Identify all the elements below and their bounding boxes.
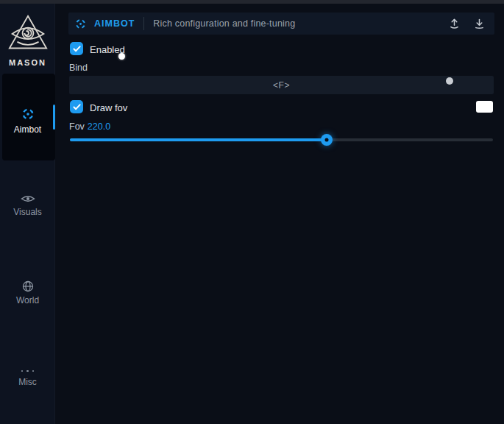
upload-config-button[interactable] [444, 15, 464, 32]
enabled-checkbox[interactable] [70, 42, 83, 55]
sidebar: MASON Aimbot Visuals World [0, 4, 55, 424]
draw-fov-label: Draw fov [90, 102, 127, 113]
check-icon [73, 104, 81, 110]
sidebar-item-misc[interactable]: Misc [0, 367, 55, 387]
check-icon [73, 46, 81, 52]
logo: MASON [0, 14, 55, 67]
eye-icon [21, 194, 35, 204]
draw-fov-color-swatch[interactable] [476, 101, 493, 113]
page-subtitle: Rich configuration and fine-tuning [153, 18, 295, 29]
page-header: AIMBOT Rich configuration and fine-tunin… [68, 13, 494, 35]
bind-key-field[interactable]: <F> [69, 76, 494, 94]
sidebar-item-world[interactable]: World [0, 280, 55, 305]
fov-slider-handle[interactable] [321, 134, 333, 146]
bind-label: Bind [69, 63, 88, 73]
crosshair-icon [21, 107, 35, 121]
upload-icon [449, 18, 460, 29]
crosshair-icon [74, 18, 87, 30]
fov-value: 220.0 [88, 121, 110, 132]
ellipsis-icon [0, 367, 55, 375]
page-title: AIMBOT [94, 18, 135, 29]
cursor-dot [118, 53, 125, 60]
sidebar-item-label: Aimbot [0, 124, 55, 135]
sidebar-item-label: Misc [0, 377, 55, 387]
sidebar-item-label: Visuals [0, 207, 55, 217]
bind-key-value: <F> [273, 80, 290, 91]
draw-fov-checkbox[interactable] [70, 100, 83, 113]
fov-label: Fov220.0 [69, 121, 110, 132]
mason-eye-pyramid-icon [7, 14, 49, 54]
fov-label-text: Fov [69, 121, 85, 132]
fov-slider-fill [70, 138, 327, 141]
window-top-strip [0, 0, 504, 4]
sidebar-item-label: World [0, 295, 55, 305]
sidebar-item-aimbot[interactable]: Aimbot [0, 107, 55, 135]
download-config-button[interactable] [469, 15, 489, 32]
sidebar-item-visuals[interactable]: Visuals [0, 194, 55, 217]
download-icon [474, 18, 485, 29]
header-divider [143, 17, 144, 30]
fov-slider[interactable] [70, 138, 493, 141]
logo-text: MASON [0, 58, 55, 67]
globe-icon [22, 280, 34, 292]
small-dot [446, 77, 453, 85]
